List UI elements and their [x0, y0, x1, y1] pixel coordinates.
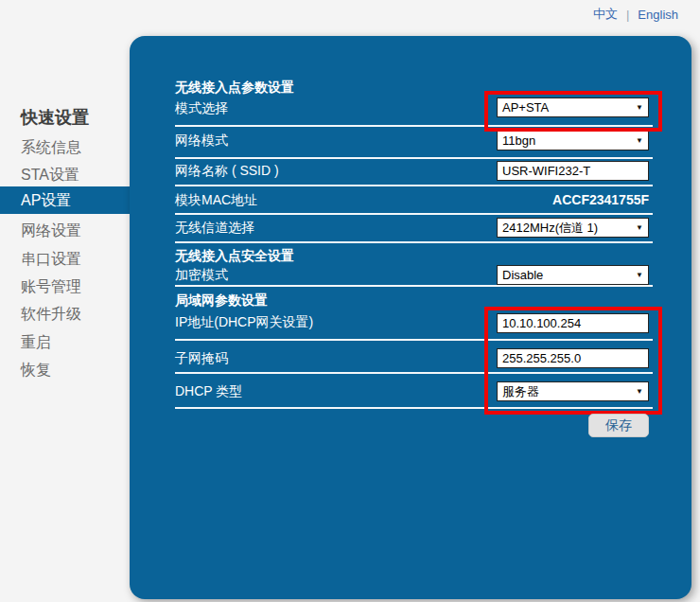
section-title-security: 无线接入点安全设置 [175, 248, 294, 265]
sidebar-item-sta-settings[interactable]: STA设置 [0, 161, 130, 188]
netmask-input[interactable] [497, 348, 649, 368]
row-divider [175, 125, 653, 127]
encryption-select[interactable]: Disable ▼ [497, 265, 649, 285]
ssid-label: 网络名称 ( SSID ) [175, 163, 279, 180]
network-mode-select[interactable]: 11bgn ▼ [497, 131, 649, 150]
sidebar-item-network-settings[interactable]: 网络设置 [0, 217, 130, 244]
ap-settings-panel: 无线接入点参数设置 模式选择 AP+STA ▼ 网络模式 11bgn ▼ 网络名… [130, 36, 691, 599]
sidebar-item-quick-setup[interactable]: 快速设置 [0, 104, 130, 132]
sidebar-menu: 快速设置 系统信息 STA设置 AP设置 网络设置 串口设置 账号管理 软件升级… [0, 0, 130, 602]
row-divider [175, 339, 653, 341]
mac-address-value: ACCF2341755F [552, 192, 649, 207]
ip-address-label: IP地址(DHCP网关设置) [175, 314, 313, 331]
chevron-down-icon: ▼ [636, 104, 643, 112]
mode-select[interactable]: AP+STA ▼ [497, 97, 649, 117]
row-divider [175, 185, 653, 186]
sidebar-item-system-info[interactable]: 系统信息 [0, 133, 130, 161]
ip-address-input[interactable] [497, 313, 649, 333]
chevron-down-icon: ▼ [636, 224, 643, 232]
dhcp-type-label: DHCP 类型 [175, 383, 242, 400]
encryption-select-value: Disable [502, 268, 543, 282]
network-mode-label: 网络模式 [175, 133, 228, 150]
sidebar-item-restart[interactable]: 重启 [0, 328, 130, 356]
row-divider [175, 407, 653, 409]
mode-label: 模式选择 [175, 100, 228, 117]
save-button[interactable]: 保存 [588, 414, 649, 437]
section-title-ap-params: 无线接入点参数设置 [175, 80, 294, 97]
ap-settings-page: { "header": { "lang_zh": "中文", "separato… [0, 0, 700, 602]
channel-select[interactable]: 2412MHz(信道 1) ▼ [497, 218, 649, 238]
channel-select-value: 2412MHz(信道 1) [502, 220, 598, 237]
section-title-lan: 局域网参数设置 [175, 292, 268, 310]
sidebar-item-account-management[interactable]: 账号管理 [0, 273, 130, 300]
sidebar-item-firmware-upgrade[interactable]: 软件升级 [0, 300, 130, 328]
chevron-down-icon: ▼ [636, 272, 643, 279]
mac-address-label: 模块MAC地址 [175, 192, 257, 209]
chevron-down-icon: ▼ [636, 137, 643, 145]
encryption-label: 加密模式 [175, 267, 228, 284]
row-divider [175, 285, 653, 287]
mode-select-value: AP+STA [502, 100, 549, 115]
row-divider [175, 372, 653, 374]
dhcp-type-select[interactable]: 服务器 ▼ [497, 381, 649, 401]
network-mode-select-value: 11bgn [502, 133, 535, 148]
chevron-down-icon: ▼ [636, 388, 643, 396]
ssid-input[interactable] [497, 161, 649, 181]
dhcp-type-select-value: 服务器 [502, 383, 539, 400]
lang-english-link[interactable]: English [638, 8, 678, 22]
sidebar-item-restore[interactable]: 恢复 [0, 356, 130, 383]
channel-label: 无线信道选择 [175, 220, 254, 237]
language-switcher: 中文 | English [593, 6, 678, 23]
row-divider [175, 213, 653, 215]
sidebar-item-ap-settings[interactable]: AP设置 [0, 186, 130, 214]
lang-chinese-link[interactable]: 中文 [593, 6, 618, 23]
sidebar-item-serial-settings[interactable]: 串口设置 [0, 245, 130, 273]
row-divider [175, 241, 653, 243]
netmask-label: 子网掩码 [175, 350, 228, 367]
lang-separator: | [626, 8, 629, 22]
row-divider [175, 157, 653, 159]
